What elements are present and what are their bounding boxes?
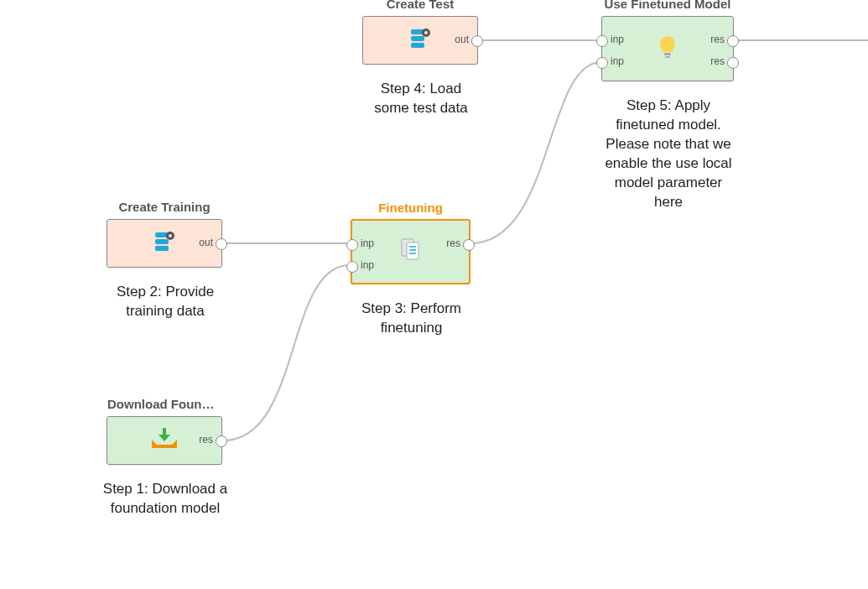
port-res2[interactable] — [727, 57, 739, 69]
port-inp2[interactable] — [596, 57, 608, 69]
port-label-out: out — [199, 237, 213, 248]
svg-rect-7 — [411, 43, 424, 48]
svg-point-9 — [424, 31, 428, 34]
caption-step-1: Step 1: Download a foundation model — [98, 480, 232, 519]
port-inp1[interactable] — [596, 35, 608, 47]
node-download-foundation-model[interactable]: Download Foundati… res — [107, 416, 222, 465]
node-finetuning[interactable]: Finetuning inp inp res — [351, 219, 470, 284]
port-label-res: res — [199, 434, 213, 446]
svg-rect-11 — [407, 242, 418, 259]
node-title: Finetuning — [352, 201, 469, 215]
port-res[interactable] — [216, 435, 227, 447]
node-title: Create Training — [107, 200, 221, 214]
workflow-canvas[interactable]: Download Foundati… res Step 1: Download … — [0, 0, 868, 589]
port-label-out: out — [455, 34, 469, 45]
caption-step-3: Step 3: Perform finetuning — [351, 300, 472, 338]
port-res[interactable] — [463, 239, 475, 251]
database-gear-icon — [408, 26, 433, 55]
node-title: Create Test — [363, 0, 477, 11]
svg-rect-16 — [665, 56, 670, 58]
node-create-training[interactable]: Create Training out — [107, 219, 222, 268]
port-inp2[interactable] — [346, 261, 358, 273]
port-label-res1: res — [710, 34, 725, 45]
lightbulb-icon — [657, 34, 678, 63]
svg-rect-6 — [411, 36, 424, 41]
database-gear-icon — [152, 229, 177, 258]
port-label-res: res — [446, 237, 460, 249]
node-title: Use Finetuned Model — [602, 0, 733, 11]
documents-icon — [398, 237, 424, 266]
port-label-inp1: inp — [611, 34, 624, 45]
caption-step-2: Step 2: Provide training data — [102, 283, 228, 321]
svg-point-4 — [169, 234, 172, 237]
caption-step-5: Step 5: Apply finetuned model. Please no… — [601, 96, 735, 212]
node-use-finetuned-model[interactable]: Use Finetuned Model inp inp res res — [601, 16, 734, 81]
port-label-inp1: inp — [361, 237, 374, 249]
node-title: Download Foundati… — [107, 397, 221, 411]
port-res1[interactable] — [727, 35, 739, 47]
node-create-test[interactable]: Create Test out — [362, 16, 478, 65]
svg-rect-1 — [155, 239, 169, 244]
port-out[interactable] — [216, 238, 227, 250]
port-inp1[interactable] — [346, 239, 358, 251]
port-out[interactable] — [471, 35, 483, 47]
port-label-inp2: inp — [361, 259, 374, 271]
port-label-inp2: inp — [611, 55, 624, 67]
svg-rect-2 — [155, 246, 169, 251]
caption-step-4: Step 4: Load some test data — [362, 80, 480, 118]
port-label-res2: res — [710, 55, 725, 67]
download-icon — [150, 428, 179, 453]
svg-rect-15 — [664, 53, 671, 55]
